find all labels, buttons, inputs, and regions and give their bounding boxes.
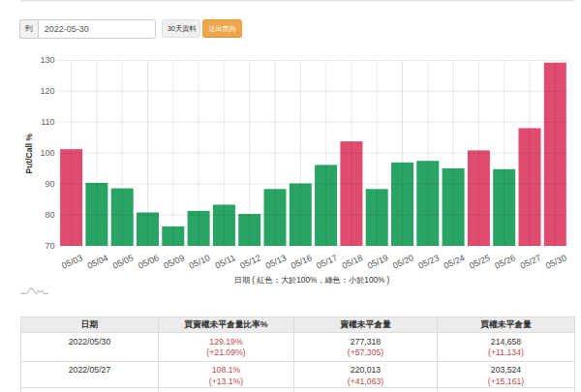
svg-text:05/20: 05/20 (391, 253, 415, 271)
svg-text:05/26: 05/26 (493, 253, 517, 271)
svg-text:80: 80 (45, 210, 54, 220)
svg-text:05/16: 05/16 (290, 253, 314, 271)
svg-text:05/09: 05/09 (162, 253, 186, 271)
svg-text:05/13: 05/13 (264, 253, 289, 271)
svg-text:日期 ( 紅色：大於100%，綠色：小於100% ): 日期 ( 紅色：大於100%，綠色：小於100% ) (234, 276, 390, 285)
svg-text:05/19: 05/19 (366, 253, 390, 271)
svg-text:05/12: 05/12 (238, 253, 262, 271)
svg-text:05/27: 05/27 (519, 253, 543, 271)
svg-text:05/03: 05/03 (60, 253, 84, 271)
svg-text:05/25: 05/25 (468, 253, 492, 271)
svg-text:05/04: 05/04 (85, 253, 109, 271)
svg-text:110: 110 (41, 117, 54, 127)
svg-text:Put/Call %: Put/Call % (24, 133, 34, 173)
svg-text:05/18: 05/18 (340, 253, 364, 271)
svg-text:05/24: 05/24 (443, 253, 467, 271)
svg-text:05/06: 05/06 (137, 253, 161, 271)
svg-text:05/05: 05/05 (111, 253, 136, 271)
svg-text:05/11: 05/11 (214, 253, 237, 270)
svg-text:130: 130 (40, 55, 54, 65)
svg-text:05/30: 05/30 (544, 253, 568, 271)
svg-text:05/17: 05/17 (315, 253, 339, 271)
svg-text:90: 90 (45, 179, 54, 189)
svg-text:100: 100 (40, 148, 54, 158)
svg-text:05/10: 05/10 (188, 253, 212, 271)
svg-text:70: 70 (45, 241, 54, 251)
svg-text:120: 120 (40, 86, 54, 96)
svg-text:05/23: 05/23 (416, 253, 441, 271)
